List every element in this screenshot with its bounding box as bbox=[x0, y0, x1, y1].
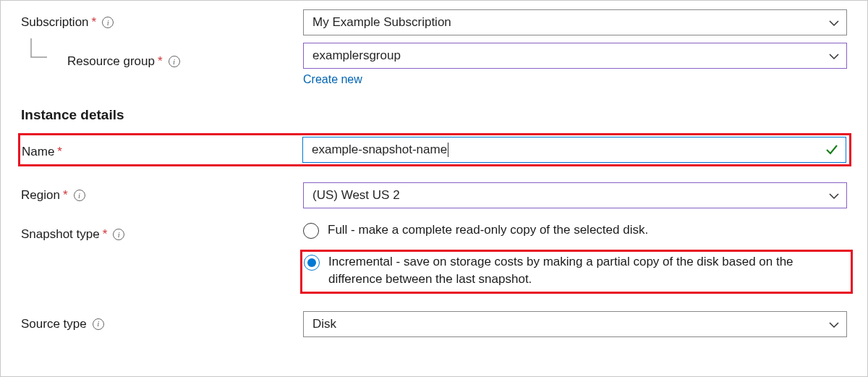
name-input[interactable]: example-snapshot-name bbox=[302, 137, 846, 163]
info-icon[interactable]: i bbox=[93, 318, 104, 330]
check-icon bbox=[825, 143, 838, 156]
source-type-label-group: Source type i bbox=[21, 311, 303, 331]
region-select[interactable]: (US) West US 2 bbox=[303, 182, 847, 208]
source-type-value: Disk bbox=[312, 317, 336, 331]
radio-label-incremental: Incremental - save on storage costs by m… bbox=[328, 253, 848, 289]
chevron-down-icon bbox=[829, 319, 839, 329]
name-row-highlight: Name * example-snapshot-name bbox=[18, 133, 851, 166]
name-value: example-snapshot-name bbox=[312, 143, 447, 157]
subscription-value: My Example Subscription bbox=[312, 15, 451, 30]
snapshot-type-label-group: Snapshot type * i bbox=[21, 221, 303, 242]
name-label-group: Name * bbox=[22, 137, 302, 163]
info-icon[interactable]: i bbox=[102, 17, 114, 28]
region-value: (US) West US 2 bbox=[312, 188, 400, 203]
info-icon[interactable]: i bbox=[113, 229, 124, 240]
tree-connector-icon bbox=[21, 48, 48, 75]
chevron-down-icon bbox=[829, 51, 839, 61]
snapshot-type-label: Snapshot type bbox=[21, 227, 100, 242]
region-label-group: Region * i bbox=[21, 182, 303, 203]
resource-group-label-group: Resource group * i bbox=[21, 43, 303, 75]
required-indicator: * bbox=[63, 188, 68, 203]
required-indicator: * bbox=[158, 54, 163, 69]
required-indicator: * bbox=[103, 227, 108, 242]
snapshot-type-radio-group: Full - make a complete read-only copy of… bbox=[303, 221, 847, 294]
instance-details-header: Instance details bbox=[21, 107, 847, 123]
chevron-down-icon bbox=[829, 190, 839, 200]
subscription-label: Subscription bbox=[21, 15, 89, 30]
radio-button[interactable] bbox=[304, 255, 320, 271]
radio-option-incremental[interactable]: Incremental - save on storage costs by m… bbox=[304, 253, 848, 289]
resource-group-select[interactable]: examplersgroup bbox=[303, 43, 847, 69]
resource-group-label: Resource group bbox=[67, 54, 155, 69]
source-type-label: Source type bbox=[21, 317, 87, 331]
text-caret bbox=[448, 143, 448, 157]
info-icon[interactable]: i bbox=[169, 56, 180, 67]
resource-group-value: examplersgroup bbox=[312, 48, 401, 63]
radio-button[interactable] bbox=[303, 223, 319, 239]
chevron-down-icon bbox=[829, 17, 839, 27]
info-icon[interactable]: i bbox=[74, 190, 85, 201]
subscription-label-group: Subscription * i bbox=[21, 9, 303, 30]
incremental-highlight: Incremental - save on storage costs by m… bbox=[300, 250, 853, 294]
source-type-select[interactable]: Disk bbox=[303, 311, 847, 337]
create-new-link[interactable]: Create new bbox=[303, 73, 362, 86]
required-indicator: * bbox=[92, 15, 97, 30]
radio-option-full[interactable]: Full - make a complete read-only copy of… bbox=[303, 221, 847, 240]
region-label: Region bbox=[21, 188, 60, 203]
name-label: Name bbox=[22, 145, 54, 159]
radio-label-full: Full - make a complete read-only copy of… bbox=[328, 221, 648, 240]
required-indicator: * bbox=[57, 145, 62, 159]
subscription-select[interactable]: My Example Subscription bbox=[303, 9, 847, 35]
